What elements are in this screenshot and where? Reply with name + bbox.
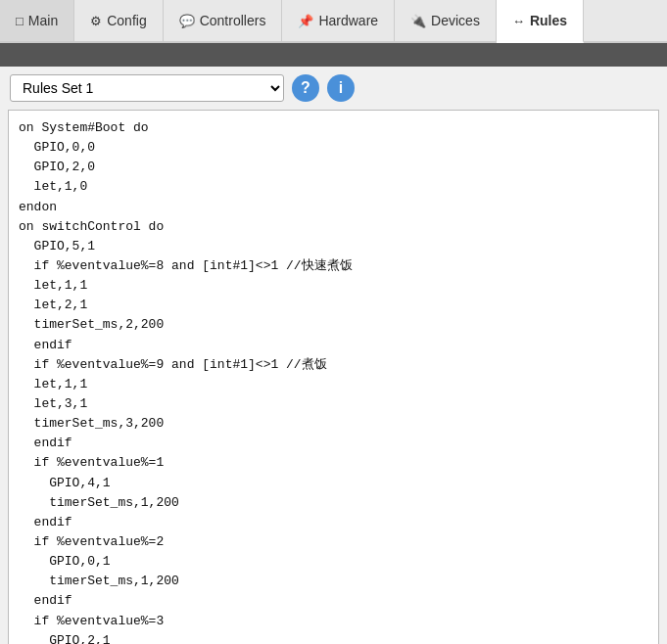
controllers-icon: 💬 (179, 14, 195, 28)
nav-item-controllers[interactable]: 💬 Controllers (164, 0, 283, 41)
rules-icon: ↔ (512, 14, 525, 28)
nav-label-rules: Rules (530, 13, 567, 28)
nav-label-devices: Devices (431, 13, 480, 28)
rules-set-select[interactable]: Rules Set 1 Rules Set 2 Rules Set 3 (10, 74, 284, 102)
sub-header (0, 43, 667, 67)
code-editor[interactable]: on System#Boot do GPIO,0,0 GPIO,2,0 let,… (8, 110, 659, 644)
nav-label-controllers: Controllers (200, 13, 266, 28)
nav-item-config[interactable]: ⚙ Config (74, 0, 163, 41)
nav-item-main[interactable]: □ Main (0, 0, 74, 41)
nav-label-hardware: Hardware (318, 13, 378, 28)
info-button[interactable]: i (327, 74, 355, 102)
controls-row: Rules Set 1 Rules Set 2 Rules Set 3 ? i (0, 67, 667, 110)
nav-bar: □ Main ⚙ Config 💬 Controllers 📌 Hardware… (0, 0, 667, 43)
nav-item-hardware[interactable]: 📌 Hardware (282, 0, 395, 41)
devices-icon: 🔌 (410, 14, 426, 28)
nav-item-devices[interactable]: 🔌 Devices (395, 0, 497, 41)
hardware-icon: 📌 (298, 14, 313, 28)
nav-item-rules[interactable]: ↔ Rules (497, 0, 584, 43)
nav-label-config: Config (107, 13, 146, 28)
help-button[interactable]: ? (292, 74, 319, 102)
main-icon: □ (16, 14, 24, 28)
config-icon: ⚙ (90, 14, 102, 28)
nav-label-main: Main (28, 13, 58, 28)
